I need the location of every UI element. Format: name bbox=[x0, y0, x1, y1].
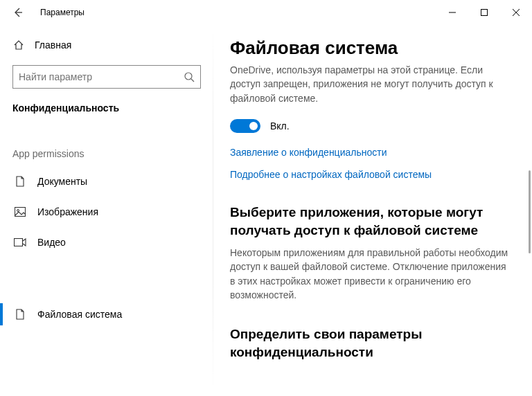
document-icon bbox=[14, 176, 26, 187]
home-label: Главная bbox=[35, 39, 71, 51]
video-icon bbox=[14, 238, 26, 246]
titlebar: Параметры bbox=[0, 0, 532, 25]
close-button[interactable] bbox=[500, 1, 532, 24]
sidebar-item-label: Документы bbox=[37, 176, 87, 187]
privacy-statement-link[interactable]: Заявление о конфиденциальности bbox=[230, 147, 511, 158]
sidebar-item-label: Файловая система bbox=[37, 309, 122, 320]
minimize-button[interactable] bbox=[436, 1, 468, 24]
sidebar-item-label: Изображения bbox=[37, 206, 98, 217]
maximize-button[interactable] bbox=[468, 1, 500, 24]
section-body-apps: Некоторым приложениям для правильной раб… bbox=[230, 246, 511, 302]
svg-line-6 bbox=[191, 79, 194, 82]
svg-rect-7 bbox=[15, 208, 26, 217]
home-icon bbox=[12, 39, 25, 51]
image-icon bbox=[14, 207, 26, 217]
back-button[interactable] bbox=[7, 1, 29, 24]
page-intro: OneDrive, используя параметры на этой ст… bbox=[230, 63, 511, 105]
sidebar-item-filesystem[interactable]: Файловая система bbox=[12, 299, 201, 330]
scrollbar[interactable] bbox=[529, 170, 531, 253]
window-title: Параметры bbox=[40, 8, 85, 17]
page-title: Файловая система bbox=[230, 37, 511, 59]
toggle-switch[interactable] bbox=[230, 119, 260, 133]
learn-more-link[interactable]: Подробнее о настройках файловой системы bbox=[230, 169, 511, 180]
sidebar-item-label: Видео bbox=[37, 237, 66, 248]
folder-icon bbox=[14, 309, 26, 320]
search-input[interactable] bbox=[19, 71, 184, 82]
svg-rect-9 bbox=[15, 239, 23, 246]
search-box[interactable] bbox=[12, 65, 201, 89]
main-content: Файловая система OneDrive, используя пар… bbox=[213, 25, 532, 396]
group-label: App permissions bbox=[12, 148, 201, 159]
section-heading-privacy: Определить свои параметры конфиденциальн… bbox=[230, 325, 511, 361]
category-label: Конфиденциальность bbox=[12, 102, 201, 114]
arrow-left-icon bbox=[12, 7, 24, 18]
sidebar-item-documents[interactable]: Документы bbox=[12, 166, 201, 197]
toggle-label: Вкл. bbox=[270, 120, 290, 132]
svg-point-8 bbox=[17, 210, 19, 212]
toggle-knob bbox=[249, 122, 258, 130]
minimize-icon bbox=[449, 9, 456, 16]
sidebar: Главная Конфиденциальность App permissio… bbox=[0, 25, 213, 396]
sidebar-item-video[interactable]: Видео bbox=[12, 227, 201, 258]
svg-point-5 bbox=[185, 73, 192, 80]
sidebar-item-images[interactable]: Изображения bbox=[12, 197, 201, 227]
close-icon bbox=[513, 9, 520, 16]
section-heading-apps: Выберите приложения, которые могут получ… bbox=[230, 204, 511, 239]
search-icon bbox=[184, 71, 195, 82]
svg-rect-2 bbox=[481, 10, 488, 16]
maximize-icon bbox=[481, 9, 488, 16]
home-nav[interactable]: Главная bbox=[12, 32, 201, 58]
